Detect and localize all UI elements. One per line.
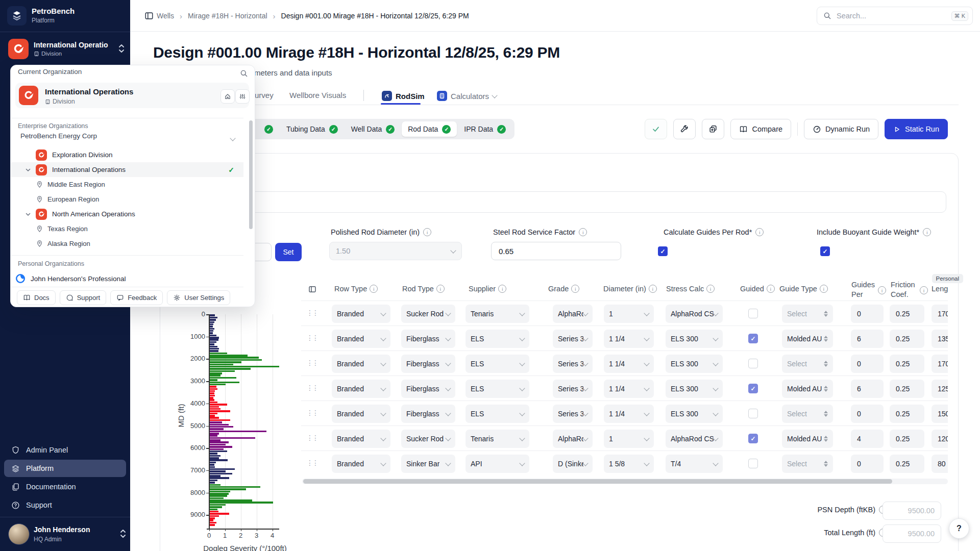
row-type-select[interactable]: Branded — [332, 355, 390, 373]
drag-handle[interactable]: ⋮⋮ — [306, 359, 317, 367]
breadcrumb-item[interactable]: Mirage #18H - Horizontal — [188, 12, 267, 20]
drag-handle[interactable]: ⋮⋮ — [306, 459, 317, 467]
org-tree-item-alaska-region[interactable]: Alaska Region — [11, 236, 243, 251]
rod-type-select[interactable]: Fiberglass — [401, 405, 455, 423]
row-type-select[interactable]: Branded — [332, 330, 390, 348]
steel-rod-service-factor-input[interactable] — [491, 242, 621, 260]
row-type-select[interactable]: Branded — [332, 430, 390, 448]
validate-button[interactable] — [645, 119, 667, 139]
grade-select[interactable]: Series 3 — [553, 330, 593, 348]
personal-org-item[interactable]: John Henderson's Professional — [15, 271, 249, 286]
breadcrumb-item[interactable]: Wells — [157, 12, 174, 20]
dynamic-run-button[interactable]: Dynamic Run — [804, 119, 878, 139]
stress-calc-select[interactable]: ELS 300 — [666, 405, 723, 423]
set-button[interactable]: Set — [275, 243, 302, 261]
row-type-select[interactable]: Branded — [332, 305, 390, 323]
supplier-select[interactable]: Tenaris — [465, 430, 529, 448]
sidebar-item-platform[interactable]: Platform — [4, 460, 126, 477]
diameter-select[interactable]: 1 1/4 — [604, 405, 654, 423]
length-input[interactable]: 80 — [932, 455, 948, 473]
org-menu-search-icon[interactable] — [240, 69, 248, 78]
menu-footer-docs-button[interactable]: Docs — [17, 290, 56, 305]
search-box[interactable]: ⌘ K — [817, 7, 973, 25]
friction-coef-input[interactable]: 0.25 — [890, 330, 924, 348]
guided-checkbox[interactable] — [748, 409, 758, 418]
user-avatar[interactable] — [8, 523, 30, 545]
diameter-select[interactable]: 1 1/4 — [604, 355, 654, 373]
chip-rod-data[interactable]: Rod Data✓ — [402, 121, 457, 137]
diameter-select[interactable]: 1 — [604, 305, 654, 323]
grade-select[interactable]: AlphaRod — [553, 305, 593, 323]
supplier-select[interactable]: ELS — [465, 405, 529, 423]
grade-select[interactable]: AlphaRod — [553, 430, 593, 448]
help-button[interactable]: ? — [949, 518, 969, 539]
buoyant-guide-weight-checkb[interactable]: ✓ — [820, 246, 830, 256]
supplier-select[interactable]: ELS — [465, 330, 529, 348]
menu-footer-feedback-button[interactable]: Feedback — [110, 290, 163, 305]
stress-calc-select[interactable]: ELS 300 — [666, 355, 723, 373]
table-panel-icon[interactable] — [308, 285, 316, 293]
enterprise-root-org[interactable]: PetroBench Energy Corp — [20, 132, 97, 140]
calculate-guides-checkbox[interactable]: ✓ — [658, 246, 668, 256]
stress-calc-select[interactable]: T/4 — [666, 455, 723, 473]
chip-tubing-data[interactable]: Tubing Data✓ — [280, 121, 344, 137]
supplier-select[interactable]: API — [465, 455, 529, 473]
static-run-button[interactable]: Static Run — [885, 119, 948, 139]
row-type-select[interactable]: Branded — [332, 405, 390, 423]
drag-handle[interactable]: ⋮⋮ — [306, 434, 317, 442]
guides-per-input[interactable]: 0 — [851, 455, 884, 473]
expand-chevron-icon[interactable] — [22, 211, 34, 217]
stress-calc-select[interactable]: ELS 300 — [666, 330, 723, 348]
guides-per-input[interactable]: 6 — [851, 380, 884, 398]
friction-coef-input[interactable]: 0.25 — [890, 305, 924, 323]
tab-wellbore-visuals[interactable]: Wellbore Visuals — [289, 91, 346, 99]
design-note-box[interactable] — [172, 191, 946, 213]
menu-scrollbar-thumb[interactable] — [249, 120, 253, 229]
guides-per-input[interactable]: 6 — [851, 330, 884, 348]
length-input[interactable]: 125 — [932, 380, 948, 398]
guided-checkbox[interactable]: ✓ — [748, 384, 758, 393]
row-type-select[interactable]: Branded — [332, 380, 390, 398]
rod-type-select[interactable]: Sucker Rod — [401, 430, 455, 448]
length-input[interactable]: 120 — [932, 430, 948, 448]
drag-handle[interactable]: ⋮⋮ — [306, 409, 317, 417]
drag-handle[interactable]: ⋮⋮ — [306, 384, 317, 392]
chevron-updown-icon[interactable] — [117, 42, 126, 55]
guides-per-input[interactable]: 4 — [851, 430, 884, 448]
diameter-select[interactable]: 1 1/4 — [604, 380, 654, 398]
supplier-select[interactable]: Tenaris — [465, 305, 529, 323]
stress-calc-select[interactable]: ELS 300 — [666, 380, 723, 398]
total-length-input[interactable]: 9500.00 — [883, 524, 941, 543]
guide-type-select[interactable]: Molded AU — [782, 380, 833, 398]
grade-select[interactable]: D (Sinker — [553, 455, 593, 473]
length-input[interactable]: 170 — [932, 355, 948, 373]
org-tree-item-international-operations[interactable]: International Operations✓ — [11, 162, 243, 177]
guide-type-select[interactable]: Molded AU — [782, 330, 833, 348]
menu-footer-user-settings-button[interactable]: User Settings — [167, 290, 230, 305]
chip-ipr-data[interactable]: IPR Data✓ — [458, 121, 512, 137]
drag-handle[interactable]: ⋮⋮ — [306, 309, 317, 317]
org-tree-item-european-region[interactable]: European Region — [11, 192, 243, 207]
rod-type-select[interactable]: Fiberglass — [401, 380, 455, 398]
stress-calc-select[interactable]: AlphaRod CS — [666, 430, 723, 448]
polished-rod-diameter-select[interactable]: 1.50 — [329, 242, 462, 260]
psn-depth-input[interactable]: 9500.00 — [883, 502, 941, 520]
tab-rodsim[interactable]: RodSim — [382, 91, 425, 101]
tab-calculators[interactable]: Calculators — [437, 91, 497, 101]
friction-coef-input[interactable]: 0.25 — [890, 355, 924, 373]
rod-type-select[interactable]: Fiberglass — [401, 355, 455, 373]
org-settings-button[interactable] — [235, 89, 250, 104]
grade-select[interactable]: Series 3 — [553, 355, 593, 373]
guided-checkbox[interactable] — [748, 309, 758, 318]
drag-handle[interactable]: ⋮⋮ — [306, 334, 317, 342]
chip-well-data[interactable]: Well Data✓ — [345, 121, 401, 137]
sidebar-item-support[interactable]: Support — [4, 496, 126, 514]
search-input[interactable] — [836, 11, 947, 20]
friction-coef-input[interactable]: 0.25 — [890, 405, 924, 423]
org-tree-item-middle-east-region[interactable]: Middle East Region — [11, 177, 243, 192]
guided-checkbox[interactable]: ✓ — [748, 334, 758, 343]
menu-footer-support-button[interactable]: Support — [60, 290, 107, 305]
length-input[interactable]: 170 — [932, 305, 948, 323]
guides-per-input[interactable]: 0 — [851, 305, 884, 323]
root-chevron-icon[interactable] — [231, 133, 235, 142]
